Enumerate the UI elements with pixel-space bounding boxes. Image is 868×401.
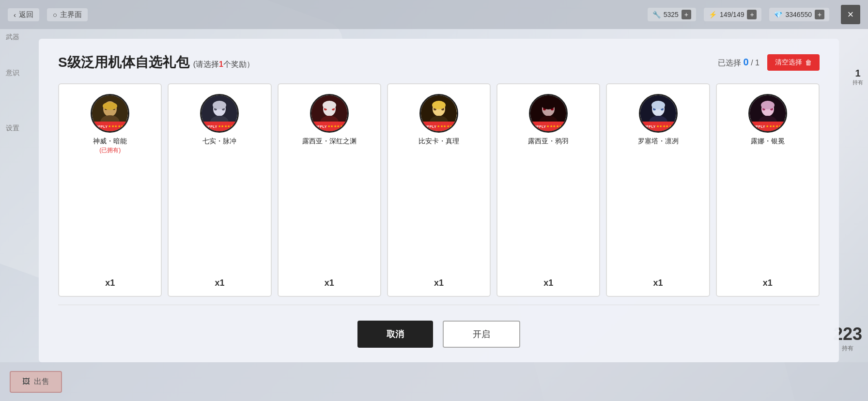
card-name-5: 露西亚・鸦羽: [528, 137, 569, 146]
cards-container: SUPPLY ★★★★★★ 神威・暗能 (已拥有) x1 SUPPLY ★★★★…: [58, 83, 820, 297]
clear-selection-button[interactable]: 清空选择 🗑: [767, 54, 820, 71]
currency-stat-3: 💎 3346550 +: [769, 8, 829, 21]
supply-bar-5: SUPPLY ★★★★★★: [530, 122, 566, 131]
currency-icon-3: 💎: [774, 11, 782, 18]
supply-bar-4: SUPPLY ★★★★★★: [421, 122, 457, 131]
dialog-title-area: S级泛用机体自选礼包 (请选择1个奖励）: [58, 53, 254, 72]
topbar: ‹ 返回 ○ 主界面 🔧 5325 + ⚡ 149/149 + 💎 334655…: [0, 0, 868, 29]
card-qty-5: x1: [543, 273, 553, 288]
card-qty-2: x1: [215, 273, 224, 288]
sell-icon: 🖼: [22, 377, 30, 386]
currency-stat-2: ⚡ 149/149 +: [704, 8, 762, 21]
card-name-2: 七实・脉冲: [202, 137, 236, 146]
add-currency-2-button[interactable]: +: [747, 10, 757, 19]
svg-point-11: [213, 101, 226, 109]
sell-label: 出售: [34, 377, 49, 387]
avatar-wrap-7: SUPPLY ★★★★★★: [748, 94, 787, 133]
supply-bar-2: SUPPLY ★★★★★★: [202, 122, 237, 131]
avatar-wrap-3: SUPPLY ★★★★★★: [310, 94, 349, 133]
home-icon: ○: [53, 11, 57, 19]
currency-stat-1: 🔧 5325 +: [648, 8, 696, 21]
card-name-4: 比安卡・真理: [418, 137, 459, 146]
cancel-button[interactable]: 取消: [357, 321, 433, 348]
dialog-subtitle: (请选择1个奖励）: [193, 60, 254, 70]
add-currency-3-button[interactable]: +: [815, 10, 824, 19]
dialog-header-right: 已选择 0 / 1 清空选择 🗑: [718, 54, 820, 71]
card-item-7[interactable]: SUPPLY ★★★★★★ 露娜・银冕 x1: [716, 83, 820, 297]
card-qty-3: x1: [325, 273, 334, 288]
back-label: 返回: [19, 10, 33, 19]
dialog-divider: [58, 305, 820, 305]
card-name-6: 罗塞塔・凛冽: [638, 137, 679, 146]
supply-bar-1: SUPPLY ★★★★★★: [92, 122, 128, 131]
card-qty-6: x1: [653, 273, 663, 288]
clear-icon: 🗑: [805, 59, 812, 66]
selected-label: 已选择: [718, 59, 741, 67]
svg-point-17: [323, 101, 336, 109]
avatar-wrap-1: SUPPLY ★★★★★★: [91, 94, 129, 133]
add-currency-1-button[interactable]: +: [682, 10, 691, 19]
card-item-4[interactable]: SUPPLY ★★★★★★ 比安卡・真理 x1: [387, 83, 491, 297]
open-button[interactable]: 开启: [443, 321, 520, 348]
subtitle-after: 个奖励）: [223, 60, 254, 68]
card-qty-4: x1: [434, 273, 444, 288]
topbar-close-button[interactable]: ×: [841, 5, 860, 24]
avatar-wrap-4: SUPPLY ★★★★★★: [419, 94, 458, 133]
svg-point-23: [432, 101, 446, 109]
clear-label: 清空选择: [775, 58, 802, 67]
dialog-overlay: S级泛用机体自选礼包 (请选择1个奖励） 已选择 0 / 1 清空选择 🗑: [39, 39, 839, 362]
currency-value-2: 149/149: [720, 11, 744, 18]
back-icon: ‹: [14, 11, 16, 19]
card-qty-7: x1: [763, 273, 773, 288]
supply-bar-6: SUPPLY ★★★★★★: [640, 122, 676, 131]
back-button[interactable]: ‹ 返回: [8, 8, 39, 21]
dialog-footer: 取消 开启: [58, 321, 820, 348]
top-hold-number: 1: [852, 68, 863, 79]
card-item-5[interactable]: SUPPLY ★★★★★★ 露西亚・鸦羽 x1: [496, 83, 600, 297]
currency-icon-1: 🔧: [652, 11, 661, 18]
card-name-3: 露西亚・深红之渊: [302, 137, 356, 146]
avatar-wrap-5: SUPPLY ★★★★★★: [529, 94, 568, 133]
card-item-3[interactable]: SUPPLY ★★★★★★ 露西亚・深红之渊 x1: [278, 83, 381, 297]
card-item-1[interactable]: SUPPLY ★★★★★★ 神威・暗能 (已拥有) x1: [58, 83, 162, 297]
currency-value-1: 5325: [664, 11, 679, 18]
selected-total: 1: [755, 59, 760, 67]
card-item-2[interactable]: SUPPLY ★★★★★★ 七实・脉冲 x1: [168, 83, 271, 297]
close-icon: ×: [848, 8, 854, 21]
avatar-wrap-2: SUPPLY ★★★★★★: [200, 94, 239, 133]
supply-bar-7: SUPPLY ★★★★★★: [750, 122, 786, 131]
home-button[interactable]: ○ 主界面: [47, 8, 88, 21]
dialog-main-title: S级泛用机体自选礼包: [58, 53, 189, 72]
currency-value-3: 3346550: [785, 11, 812, 18]
subtitle-count: 1: [219, 60, 223, 68]
dialog-header: S级泛用机体自选礼包 (请选择1个奖励） 已选择 0 / 1 清空选择 🗑: [58, 53, 820, 72]
card-item-6[interactable]: SUPPLY ★★★★★★ 罗塞塔・凛冽 x1: [606, 83, 710, 297]
svg-point-29: [542, 101, 555, 109]
card-name-7: 露娜・银冕: [751, 137, 785, 146]
svg-point-35: [651, 101, 665, 109]
selected-slash: /: [751, 59, 753, 67]
avatar-wrap-6: SUPPLY ★★★★★★: [639, 94, 678, 133]
svg-point-5: [103, 102, 117, 110]
sell-button[interactable]: 🖼 出售: [10, 371, 62, 393]
card-qty-1: x1: [105, 273, 115, 288]
selected-count-display: 已选择 0 / 1: [718, 57, 760, 68]
top-hold-label: 持有: [852, 79, 863, 86]
bottom-bar: 🖼 出售: [0, 362, 868, 401]
supply-bar-3: SUPPLY ★★★★★★: [311, 122, 347, 131]
card-name-1: 神威・暗能: [93, 137, 127, 146]
selected-current: 0: [744, 57, 749, 67]
svg-point-41: [761, 101, 775, 109]
subtitle-before: (请选择: [193, 60, 219, 68]
home-label: 主界面: [60, 10, 82, 19]
currency-icon-2: ⚡: [709, 11, 717, 18]
card-owned-1: (已拥有): [99, 146, 121, 154]
